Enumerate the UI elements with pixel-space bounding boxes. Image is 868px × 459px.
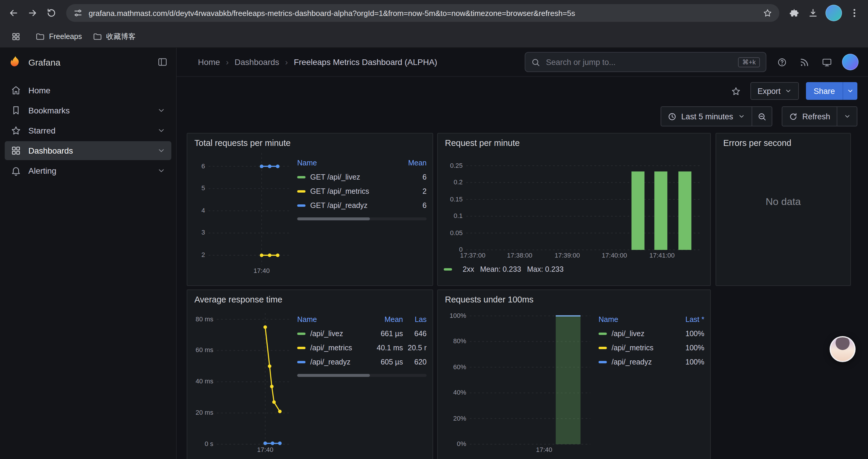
legend-header-name[interactable]: Name — [297, 316, 366, 324]
total-requests-legend: NameMeanGET /api/_livez6GET /api/_metric… — [294, 156, 427, 220]
search-box[interactable]: ⌘+k — [525, 52, 766, 72]
bookmark-folder-freeleaps[interactable]: Freeleaps — [35, 32, 82, 41]
legend-header-value[interactable]: Mean — [366, 316, 403, 324]
series-name[interactable]: GET /api/_readyz — [310, 201, 395, 210]
bookmark-star-icon[interactable] — [763, 8, 772, 18]
search-shortcut: ⌘+k — [738, 57, 760, 67]
news-rss-icon[interactable] — [797, 55, 811, 69]
legend-scrollbar[interactable] — [297, 374, 427, 377]
browser-menu-icon[interactable] — [845, 4, 863, 22]
series-name[interactable]: /api/_metrics — [612, 344, 669, 352]
legend-header-value[interactable]: Last * — [669, 316, 704, 324]
breadcrumb-home[interactable]: Home — [198, 57, 220, 67]
extensions-icon[interactable] — [785, 4, 803, 22]
folder-icon — [35, 32, 45, 41]
share-button[interactable]: Share — [806, 82, 857, 100]
back-button[interactable] — [5, 4, 23, 22]
panel-title[interactable]: Total requests per minute — [194, 138, 427, 148]
monitor-icon[interactable] — [819, 55, 834, 69]
legend-item[interactable]: 2xxMean: 0.233Max: 0.233 — [444, 265, 704, 273]
sidebar-item-alerting[interactable]: Alerting — [5, 161, 172, 180]
refresh-interval-button[interactable] — [837, 107, 857, 126]
series-name[interactable]: /api/_readyz — [612, 358, 669, 366]
requests-under-100ms-bar-chart[interactable]: 100%80%60%40%20%0%17:40 — [444, 305, 595, 455]
refresh-label: Refresh — [802, 112, 830, 121]
series-name[interactable]: GET /api/_metrics — [310, 187, 395, 196]
panel-total-requests: Total requests per minute 6543217:40 Nam… — [187, 133, 433, 286]
series-color-swatch — [297, 190, 306, 193]
series-name[interactable]: /api/_livez — [612, 330, 669, 338]
legend-scrollbar-thumb[interactable] — [297, 218, 370, 220]
share-menu-caret[interactable] — [843, 82, 857, 100]
series-name[interactable]: /api/_livez — [310, 330, 366, 338]
y-axis-tick: 40% — [444, 389, 466, 396]
y-axis-tick: 0.2 — [444, 178, 463, 186]
legend-row[interactable]: /api/_metrics100% — [598, 341, 704, 355]
legend-header-value[interactable]: Las — [403, 316, 427, 324]
request-per-minute-bar-chart[interactable]: 0.250.20.150.10.05017:37:0017:38:0017:39… — [444, 150, 704, 261]
legend-header-value[interactable]: Mean — [395, 159, 427, 167]
panel-title[interactable]: Request per minute — [445, 138, 704, 148]
legend-scrollbar[interactable] — [297, 218, 427, 220]
reload-button[interactable] — [42, 4, 60, 22]
legend-row[interactable]: /api/_livez100% — [598, 327, 704, 341]
dock-sidebar-icon[interactable] — [157, 57, 168, 67]
sidebar-item-bookmarks[interactable]: Bookmarks — [5, 101, 172, 120]
total-requests-line-chart[interactable]: 6543217:40 — [193, 149, 294, 276]
time-range-button[interactable]: Last 5 minutes — [661, 107, 752, 126]
panel-errors-per-second: Errors per second No data — [716, 133, 851, 286]
legend-row[interactable]: /api/_livez661 µs646 — [297, 327, 427, 341]
search-input[interactable] — [545, 57, 733, 67]
url-text[interactable]: grafana.mathmast.com/d/deytv4rwavabkb/fr… — [89, 8, 757, 18]
panel-title[interactable]: Requests under 100ms — [445, 295, 704, 304]
legend-row[interactable]: GET /api/_metrics2 — [297, 184, 427, 198]
site-info-icon[interactable] — [73, 8, 83, 18]
panel-title[interactable]: Errors per second — [723, 138, 844, 148]
share-label[interactable]: Share — [806, 82, 843, 100]
avg-response-time-line-chart[interactable]: 80 ms60 ms40 ms20 ms0 s17:40 — [193, 305, 294, 455]
legend-scrollbar-thumb[interactable] — [297, 374, 370, 377]
help-icon[interactable] — [775, 55, 789, 69]
apps-grid-icon[interactable] — [7, 28, 25, 45]
sidebar-item-home[interactable]: Home — [5, 81, 172, 100]
sidebar-item-label: Home — [28, 86, 51, 95]
export-button[interactable]: Export — [750, 82, 799, 100]
clock-icon — [668, 112, 677, 121]
legend-row[interactable]: /api/_readyz100% — [598, 355, 704, 369]
downloads-icon[interactable] — [804, 4, 822, 22]
panel-title[interactable]: Average response time — [194, 295, 427, 304]
series-name[interactable]: /api/_metrics — [310, 344, 366, 352]
url-bar[interactable]: grafana.mathmast.com/d/deytv4rwavabkb/fr… — [66, 4, 779, 22]
user-avatar[interactable] — [842, 54, 859, 70]
legend-row[interactable]: /api/_metrics40.1 ms20.5 r — [297, 341, 427, 355]
legend-row[interactable]: /api/_readyz605 µs620 — [297, 355, 427, 369]
zoom-out-button[interactable] — [751, 107, 771, 126]
series-color-swatch — [598, 361, 607, 363]
browser-profile-avatar[interactable] — [826, 5, 842, 21]
legend-row[interactable]: GET /api/_livez6 — [297, 170, 427, 184]
assistant-avatar[interactable] — [830, 336, 856, 362]
sidebar-item-starred[interactable]: Starred — [5, 121, 172, 140]
series-name[interactable]: GET /api/_livez — [310, 173, 395, 182]
breadcrumb-dashboards[interactable]: Dashboards — [235, 57, 279, 67]
sidebar-item-dashboards[interactable]: Dashboards — [5, 141, 172, 160]
chevron-down-icon[interactable] — [157, 146, 165, 155]
legend-row[interactable]: GET /api/_readyz6 — [297, 198, 427, 213]
chevron-down-icon[interactable] — [157, 167, 165, 175]
chevron-down-icon[interactable] — [157, 126, 165, 135]
series-name[interactable]: 2xx — [463, 265, 474, 273]
y-axis-tick: 20 ms — [193, 409, 213, 416]
series-name[interactable]: /api/_readyz — [310, 358, 366, 366]
legend-header-name[interactable]: Name — [297, 159, 395, 167]
chevron-down-icon[interactable] — [157, 106, 165, 114]
favorite-star-icon[interactable] — [729, 84, 743, 98]
refresh-button[interactable]: Refresh — [782, 107, 837, 126]
folder-icon — [92, 32, 102, 41]
forward-button[interactable] — [24, 4, 41, 22]
breadcrumb-separator: › — [285, 57, 288, 67]
series-color-swatch — [297, 347, 306, 349]
y-axis-tick: 5 — [193, 184, 205, 191]
legend-header-name[interactable]: Name — [598, 316, 669, 324]
grafana-logo[interactable] — [8, 55, 23, 69]
bookmark-folder-blogs[interactable]: 收藏博客 — [92, 32, 135, 42]
